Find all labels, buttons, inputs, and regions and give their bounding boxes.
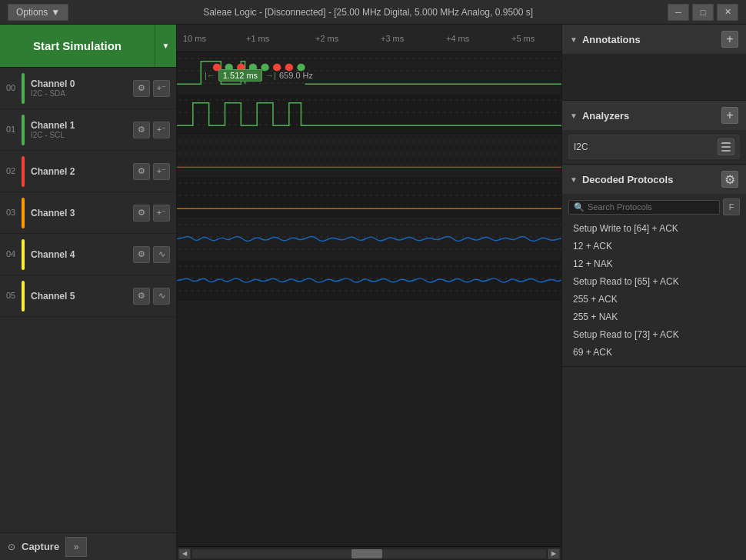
channel-actions-4: ⚙ ∿ xyxy=(133,246,170,263)
waveform-row-5 xyxy=(177,260,561,302)
channel-color-bar-0 xyxy=(22,73,25,104)
decoded-protocols-content: 🔍 F Setup Write to [64] + ACK 12 + ACK 1… xyxy=(562,194,746,366)
channel-item-1: 01 Channel 1 I2C - SCL ⚙ +⁻ xyxy=(0,109,176,151)
channel-name-3: Channel 3 xyxy=(31,208,133,218)
options-label: Options xyxy=(16,7,48,18)
channel-color-bar-1 xyxy=(22,115,25,145)
channel-item-4: 04 Channel 4 ⚙ ∿ xyxy=(0,234,176,275)
protocol-item-7[interactable]: 69 + ACK xyxy=(568,344,740,362)
timeline-tick-2: +2 ms xyxy=(315,34,338,43)
options-btn-wrap: Options ▼ xyxy=(8,4,68,21)
start-simulation-button[interactable]: Start Simulation xyxy=(0,25,155,67)
channel-add-1[interactable]: +⁻ xyxy=(153,122,170,138)
filter-button[interactable]: F xyxy=(723,198,740,215)
channel-name-0: Channel 0 xyxy=(31,78,133,89)
options-button[interactable]: Options ▼ xyxy=(8,4,68,21)
waveform-dots-3 xyxy=(177,177,561,218)
channel-settings-3[interactable]: ⚙ xyxy=(133,205,150,222)
timeline-tick-3: +3 ms xyxy=(381,34,404,43)
protocol-item-6[interactable]: Setup Read to [73] + ACK xyxy=(568,326,740,344)
channel-item-5: 05 Channel 5 ⚙ ∿ xyxy=(0,275,176,317)
capture-expand-button[interactable]: » xyxy=(65,537,87,557)
channel-settings-0[interactable]: ⚙ xyxy=(133,80,150,97)
waveform-area[interactable]: |← 1.512 ms →| 659.0 Hz xyxy=(177,52,561,546)
search-row: 🔍 F xyxy=(568,198,740,215)
scroll-thumb[interactable] xyxy=(351,549,382,558)
channel-info-1: Channel 1 I2C - SCL xyxy=(28,120,133,139)
channel-name-5: Channel 5 xyxy=(31,291,133,302)
channel-name-4: Channel 4 xyxy=(31,249,133,260)
left-panel: Start Simulation ▼ 00 Channel 0 I2C - SD… xyxy=(0,25,177,560)
start-simulation-row: Start Simulation ▼ xyxy=(0,25,176,68)
protocol-item-0[interactable]: Setup Write to [64] + ACK xyxy=(568,220,740,238)
channel-item-0: 00 Channel 0 I2C - SDA ⚙ +⁻ xyxy=(0,68,176,109)
timeline-tick-5: +5 ms xyxy=(511,34,535,43)
annotations-content xyxy=(562,54,746,100)
channel-item-2: 02 Channel 2 ⚙ +⁻ xyxy=(0,151,176,192)
analyzers-content: I2C xyxy=(562,130,746,164)
hamburger-line-3 xyxy=(721,150,731,152)
center-panel: 10 ms +1 ms +2 ms +3 ms +4 ms +5 ms +6 m… xyxy=(177,25,561,560)
window-controls: ─ □ ✕ xyxy=(668,4,738,21)
channel-num-1: 01 xyxy=(6,125,22,134)
channel-wave-5[interactable]: ∿ xyxy=(153,288,170,305)
search-icon: 🔍 xyxy=(574,202,584,212)
scroll-left-button[interactable]: ◀ xyxy=(178,548,191,559)
channel-num-4: 04 xyxy=(6,250,22,258)
channel-actions-5: ⚙ ∿ xyxy=(133,288,170,305)
protocol-item-4[interactable]: 255 + ACK xyxy=(568,291,740,308)
waveform-row-2 xyxy=(177,135,561,177)
analyzer-menu-button[interactable] xyxy=(718,138,734,155)
waveform-row-3 xyxy=(177,177,561,218)
main-layout: Start Simulation ▼ 00 Channel 0 I2C - SD… xyxy=(0,25,746,560)
channel-settings-1[interactable]: ⚙ xyxy=(133,122,150,138)
channel-color-bar-5 xyxy=(22,281,25,312)
channel-info-4: Channel 4 xyxy=(28,249,133,260)
analyzers-collapse-icon: ▼ xyxy=(570,112,578,120)
analyzers-section: ▼ Analyzers + I2C xyxy=(562,101,746,165)
channel-wave-4[interactable]: ∿ xyxy=(153,246,170,263)
channel-settings-4[interactable]: ⚙ xyxy=(133,246,150,263)
annotations-collapse-icon: ▼ xyxy=(570,35,578,44)
right-panel: ▼ Annotations + ▼ Analyzers + I2C xyxy=(561,25,746,560)
hamburger-line-1 xyxy=(721,142,731,144)
protocol-list: Setup Write to [64] + ACK 12 + ACK 12 + … xyxy=(568,220,740,362)
protocol-item-2[interactable]: 12 + NAK xyxy=(568,255,740,273)
channel-list: 00 Channel 0 I2C - SDA ⚙ +⁻ 01 Channel 1… xyxy=(0,68,176,532)
channel-color-bar-3 xyxy=(22,198,25,228)
timeline-start-label: 10 ms xyxy=(183,34,206,43)
channel-info-2: Channel 2 xyxy=(28,166,133,177)
analyzers-add-button[interactable]: + xyxy=(721,107,738,124)
channel-num-0: 00 xyxy=(6,84,22,92)
protocol-item-5[interactable]: 255 + NAK xyxy=(568,308,740,326)
channel-settings-2[interactable]: ⚙ xyxy=(133,163,150,180)
channel-add-2[interactable]: +⁻ xyxy=(153,163,170,180)
annotations-header[interactable]: ▼ Annotations + xyxy=(562,25,746,54)
search-protocols-input[interactable] xyxy=(588,202,714,212)
waveform-row-1 xyxy=(177,94,561,135)
channel-settings-5[interactable]: ⚙ xyxy=(133,288,150,305)
channel-add-3[interactable]: +⁻ xyxy=(153,205,170,222)
close-button[interactable]: ✕ xyxy=(717,4,738,21)
scroll-track[interactable] xyxy=(192,549,546,558)
decoded-protocols-header[interactable]: ▼ Decoded Protocols ⚙ xyxy=(562,165,746,194)
channel-num-5: 05 xyxy=(6,292,22,300)
annotations-add-button[interactable]: + xyxy=(721,31,738,48)
analyzers-header[interactable]: ▼ Analyzers + xyxy=(562,101,746,130)
waveform-dots-1 xyxy=(177,94,561,135)
channel-info-5: Channel 5 xyxy=(28,291,133,302)
channel-actions-0: ⚙ +⁻ xyxy=(133,80,170,97)
capture-label: Capture xyxy=(22,541,59,552)
protocol-item-3[interactable]: Setup Read to [65] + ACK xyxy=(568,273,740,291)
scroll-bar: ◀ ▶ xyxy=(177,546,561,560)
capture-bar: ⊙ Capture » xyxy=(0,532,176,560)
scroll-right-button[interactable]: ▶ xyxy=(548,548,560,559)
timeline-header: 10 ms +1 ms +2 ms +3 ms +4 ms +5 ms +6 m… xyxy=(177,25,561,52)
minimize-button[interactable]: ─ xyxy=(668,4,689,21)
restore-button[interactable]: □ xyxy=(692,4,714,21)
start-simulation-arrow[interactable]: ▼ xyxy=(155,25,176,67)
decoded-protocols-settings-button[interactable]: ⚙ xyxy=(721,171,738,188)
channel-add-0[interactable]: +⁻ xyxy=(153,80,170,97)
protocol-item-1[interactable]: 12 + ACK xyxy=(568,238,740,255)
channel-actions-2: ⚙ +⁻ xyxy=(133,163,170,180)
